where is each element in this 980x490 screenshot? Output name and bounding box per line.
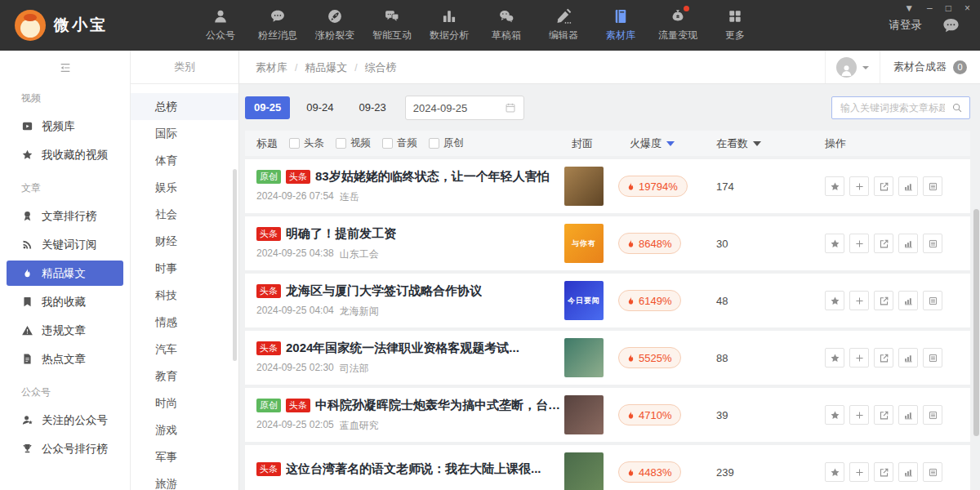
- nav-item-data-analysis[interactable]: 数据分析: [428, 8, 470, 42]
- date-tab[interactable]: 09-23: [350, 96, 395, 119]
- filter-checkbox[interactable]: 原创: [429, 136, 464, 150]
- category-item[interactable]: 娱乐: [131, 174, 238, 201]
- add-button[interactable]: [849, 176, 869, 196]
- stats-button[interactable]: [898, 348, 918, 368]
- add-button[interactable]: [849, 291, 869, 310]
- nav-item-monetization[interactable]: 流量变现: [657, 8, 699, 42]
- category-item[interactable]: 教育: [131, 363, 238, 390]
- sidebar-item-article-ranking[interactable]: 文章排行榜: [0, 202, 130, 230]
- nav-item-more[interactable]: 更多: [714, 8, 756, 42]
- scrollbar-thumb[interactable]: [973, 209, 979, 436]
- sort-desc-icon-views[interactable]: [753, 141, 761, 150]
- export-button[interactable]: [874, 234, 893, 253]
- sidebar-item-video-library[interactable]: 视频库: [0, 112, 130, 140]
- favorite-button[interactable]: [825, 348, 844, 368]
- nav-item-editor[interactable]: 编辑器: [542, 8, 585, 42]
- export-button[interactable]: [874, 405, 893, 425]
- article-title[interactable]: 明确了！提前发工资: [286, 226, 396, 242]
- maximize-button[interactable]: □: [946, 2, 951, 15]
- nav-item-smart-interaction[interactable]: 智能互动: [371, 8, 413, 42]
- category-item[interactable]: 游戏: [131, 416, 238, 443]
- category-item[interactable]: 财经: [131, 228, 238, 255]
- feedback-chat-icon[interactable]: [942, 16, 960, 35]
- export-button[interactable]: [874, 462, 893, 482]
- category-item[interactable]: 科技: [131, 282, 238, 309]
- breadcrumb-item[interactable]: 精品爆文: [305, 61, 347, 74]
- detail-button[interactable]: [923, 291, 942, 310]
- nav-item-material-library[interactable]: 素材库: [599, 8, 642, 42]
- detail-button[interactable]: [923, 176, 942, 196]
- detail-button[interactable]: [923, 462, 942, 482]
- sidebar-item-trending-articles[interactable]: 热点文章: [0, 345, 130, 373]
- add-button[interactable]: [849, 405, 869, 425]
- article-title[interactable]: 2024年国家统一法律职业资格客观题考试...: [286, 341, 519, 356]
- content-scrollbar[interactable]: [973, 203, 979, 487]
- date-tab[interactable]: 09-25: [245, 96, 290, 119]
- article-cover[interactable]: [564, 452, 604, 490]
- category-item[interactable]: 汽车: [131, 336, 238, 363]
- add-button[interactable]: [849, 348, 869, 368]
- article-cover[interactable]: 与你有: [564, 224, 604, 263]
- filter-checkbox[interactable]: 音频: [382, 136, 417, 150]
- add-button[interactable]: [849, 462, 869, 482]
- export-button[interactable]: [874, 348, 893, 368]
- nav-item-fan-messages[interactable]: 粉丝消息: [256, 8, 299, 42]
- filter-checkbox[interactable]: 视频: [336, 136, 371, 150]
- category-item[interactable]: 情感: [131, 309, 238, 336]
- export-button[interactable]: [874, 291, 893, 310]
- favorite-button[interactable]: [825, 462, 844, 482]
- favorite-button[interactable]: [825, 234, 844, 253]
- nav-item-official-accounts[interactable]: 公众号: [199, 8, 242, 42]
- sort-desc-icon-heat[interactable]: [666, 141, 675, 150]
- favorite-button[interactable]: [825, 405, 844, 425]
- category-item[interactable]: 军事: [131, 443, 238, 470]
- category-item[interactable]: 时事: [131, 255, 238, 282]
- composer-button[interactable]: 素材合成器 0: [880, 51, 980, 83]
- stats-button[interactable]: [898, 234, 918, 253]
- sidebar-item-account-ranking[interactable]: 公众号排行榜: [0, 434, 130, 463]
- detail-button[interactable]: [923, 348, 942, 368]
- sidebar-item-keyword-subscription[interactable]: 关键词订阅: [0, 230, 130, 259]
- breadcrumb-item[interactable]: 素材库: [256, 61, 287, 74]
- stats-button[interactable]: [898, 405, 918, 425]
- minimize-button[interactable]: –: [927, 2, 933, 15]
- article-cover[interactable]: [564, 167, 604, 206]
- favorite-button[interactable]: [825, 291, 844, 310]
- account-menu[interactable]: [825, 51, 880, 83]
- login-button[interactable]: 请登录: [889, 18, 923, 33]
- nav-item-fan-growth[interactable]: 涨粉裂变: [314, 8, 356, 42]
- category-item[interactable]: 国际: [131, 120, 238, 147]
- detail-button[interactable]: [923, 405, 942, 425]
- article-title[interactable]: 中科院孙凝晖院士炮轰华为搞中式垄断，台湾...: [315, 398, 564, 413]
- filter-checkbox[interactable]: 头条: [289, 136, 324, 150]
- add-button[interactable]: [849, 234, 869, 253]
- category-item[interactable]: 总榜: [131, 93, 238, 120]
- category-item[interactable]: 体育: [131, 147, 238, 174]
- sidebar-item-my-collection[interactable]: 我的收藏: [0, 287, 130, 316]
- stats-button[interactable]: [898, 176, 918, 196]
- search-icon[interactable]: [951, 102, 963, 114]
- article-title[interactable]: 龙海区与厦门大学签订战略合作协议: [286, 283, 482, 299]
- article-title[interactable]: 83岁姑姥姥的临终状态，让一个年轻人害怕: [315, 169, 550, 185]
- category-item[interactable]: 旅游: [131, 470, 238, 490]
- export-button[interactable]: [874, 176, 893, 196]
- favorite-button[interactable]: [825, 176, 844, 196]
- article-cover[interactable]: [564, 395, 604, 434]
- article-cover[interactable]: 今日要闻: [564, 281, 604, 320]
- breadcrumb-item[interactable]: 综合榜: [365, 61, 397, 74]
- date-picker[interactable]: 2024-09-25: [405, 96, 524, 120]
- date-tab[interactable]: 09-24: [297, 96, 342, 119]
- category-scrollbar[interactable]: [233, 169, 237, 361]
- hide-to-tray-button[interactable]: ▼: [904, 2, 914, 15]
- category-item[interactable]: 时尚: [131, 390, 238, 416]
- sidebar-item-premium-articles[interactable]: 精品爆文: [7, 261, 123, 286]
- nav-item-drafts[interactable]: 草稿箱: [485, 8, 528, 42]
- detail-button[interactable]: [923, 234, 942, 253]
- stats-button[interactable]: [898, 291, 918, 310]
- close-button[interactable]: ×: [964, 2, 970, 15]
- sidebar-item-favorite-videos[interactable]: 我收藏的视频: [0, 140, 130, 169]
- search-input[interactable]: [839, 101, 947, 114]
- article-cover[interactable]: [564, 338, 604, 377]
- category-item[interactable]: 社会: [131, 201, 238, 228]
- stats-button[interactable]: [898, 462, 918, 482]
